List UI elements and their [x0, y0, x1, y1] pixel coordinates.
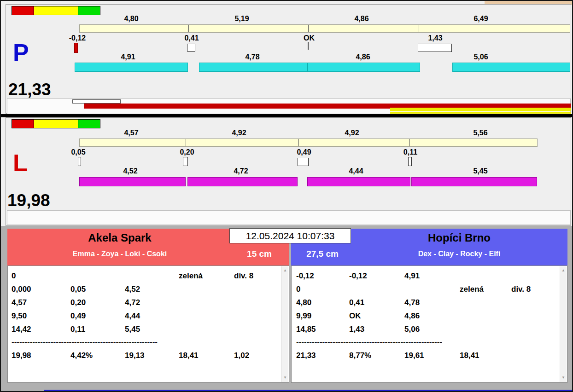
indicator-segment-yellow-1 [34, 6, 56, 15]
lap-bar [79, 177, 186, 186]
table-cell: 5,45 [125, 325, 179, 334]
table-body: -0,12 -0,12 4,91 0 zelená div. 8 4,80 0,… [292, 266, 567, 382]
scroll-up-icon[interactable]: ▲ [282, 267, 288, 274]
bar-divider [298, 139, 299, 146]
table-cell: 9,50 [12, 311, 70, 321]
app-window: 4,80 5,19 4,86 6,49 -0,12 0,41 OK 1,43 4… [0, 0, 573, 392]
table-cell: OK [349, 311, 404, 321]
results-table-left: 0 zelená div. 8 0,000 0,05 4,52 4,57 0,2… [7, 265, 289, 383]
table-cell: -0,12 [349, 271, 404, 281]
team-dogs: Emma - Zoya - Loki - Csoki [7, 250, 232, 258]
jump-height-right: 27,5 cm [294, 249, 351, 259]
change-marker [418, 44, 452, 52]
table-row: 0 zelená div. 8 [296, 282, 557, 296]
table-cell: -0,12 [296, 271, 349, 281]
change-marker [74, 43, 78, 53]
table-cell: 4,78 [404, 298, 460, 307]
change-marker [308, 42, 309, 50]
lap-bar [187, 177, 298, 186]
lane-total: 19,98 [7, 192, 50, 209]
split-time-label: 5,19 [234, 15, 249, 23]
table-row: 14,85 1,43 5,06 [296, 323, 557, 336]
team-name: Hopíci Brno [351, 231, 567, 244]
timestamp-box: 12.05.2024 10:07:33 [229, 228, 351, 243]
split-time-label: 4,80 [124, 15, 138, 23]
lap-time-label: 4,78 [245, 53, 259, 61]
totals-row: 19,98 4,42% 19,13 18,41 1,02 [12, 349, 279, 362]
lap-bar [199, 63, 308, 72]
table-cell: zelená [179, 271, 234, 281]
indicator-segment-green [78, 119, 100, 128]
progress-marker [72, 99, 121, 104]
lane-letter: L [13, 151, 28, 175]
table-cell: 0,41 [349, 298, 404, 307]
traffic-light-indicator-l [12, 119, 100, 128]
split-time-label: 5,56 [473, 129, 487, 137]
change-time-label: 0,41 [184, 34, 199, 42]
separator-bar [1, 114, 573, 117]
table-cell: 0,000 [12, 285, 70, 294]
indicator-segment-green [78, 6, 100, 15]
change-marker [408, 157, 412, 166]
change-marker [78, 157, 81, 166]
change-time-label: 0,20 [180, 148, 194, 156]
table-cell: 4,57 [12, 298, 70, 307]
table-cell: 0,05 [70, 285, 125, 294]
lap-bar [452, 63, 570, 72]
split-time-label: 4,92 [232, 129, 246, 137]
dashed-separator: ----------------------------------------… [12, 336, 279, 349]
split-time-label: 6,49 [474, 15, 488, 23]
table-row: 4,80 0,41 4,78 [296, 296, 557, 309]
split-progress-bar-p [79, 24, 570, 33]
lane-total: 21,33 [8, 81, 51, 98]
split-time-label: 4,92 [345, 129, 359, 137]
table-cell: 4,44 [125, 311, 179, 321]
split-time-label: 4,86 [354, 15, 368, 23]
lap-bar [307, 177, 410, 186]
table-cell: 19,98 [12, 351, 70, 360]
dashed-separator: ----------------------------------------… [296, 336, 557, 349]
table-scrollbar[interactable]: ▲ ▼ [560, 266, 567, 382]
results-table-right: -0,12 -0,12 4,91 0 zelená div. 8 4,80 0,… [291, 265, 567, 383]
table-cell: 4,80 [296, 298, 349, 307]
table-cell: zelená [460, 285, 511, 294]
table-cell: 0,49 [70, 311, 125, 321]
table-cell: div. 8 [234, 271, 279, 281]
table-cell: 4,86 [404, 311, 460, 321]
table-body: 0 zelená div. 8 0,000 0,05 4,52 4,57 0,2… [8, 266, 289, 382]
table-row: 0 zelená div. 8 [12, 269, 279, 282]
table-cell: 4,91 [404, 271, 460, 281]
race-progress-track [7, 210, 571, 225]
bottom-taskbar-strip [44, 390, 573, 392]
table-row: 4,57 0,20 4,72 [12, 296, 279, 309]
table-cell: 0 [12, 271, 70, 281]
lap-bar [411, 177, 537, 186]
scroll-down-icon[interactable]: ▼ [282, 375, 288, 381]
totals-row: 21,33 8,77% 19,61 18,41 [296, 349, 557, 362]
traffic-light-indicator-p [12, 6, 100, 15]
table-row: 14,42 0,11 5,45 [12, 323, 279, 336]
table-cell: div. 8 [511, 285, 557, 294]
scroll-up-icon[interactable]: ▲ [560, 267, 567, 274]
table-row: 9,99 OK 4,86 [296, 309, 557, 323]
change-time-label: 0,49 [297, 148, 311, 156]
lap-time-label: 5,45 [473, 167, 487, 175]
table-cell: 14,42 [12, 325, 70, 334]
table-cell: 18,41 [179, 351, 234, 360]
change-time-label: 0,11 [403, 148, 417, 156]
table-cell: 4,52 [125, 285, 179, 294]
bar-divider [419, 25, 419, 32]
table-cell: 1,43 [349, 325, 404, 334]
indicator-segment-red [12, 119, 34, 128]
bar-divider [308, 25, 309, 32]
lap-bar [75, 63, 188, 72]
table-cell: 21,33 [296, 351, 349, 360]
table-cell: 0,20 [70, 298, 125, 307]
scroll-down-icon[interactable]: ▼ [560, 375, 567, 381]
progress-bar-yellow [390, 108, 571, 111]
table-scrollbar[interactable]: ▲ ▼ [281, 266, 288, 382]
team-dogs: Dex - Clay - Rocky - Elfi [351, 250, 567, 258]
table-row: -0,12 -0,12 4,91 [296, 269, 557, 282]
team-name: Akela Spark [7, 231, 232, 244]
lap-time-label: 4,52 [123, 167, 137, 175]
